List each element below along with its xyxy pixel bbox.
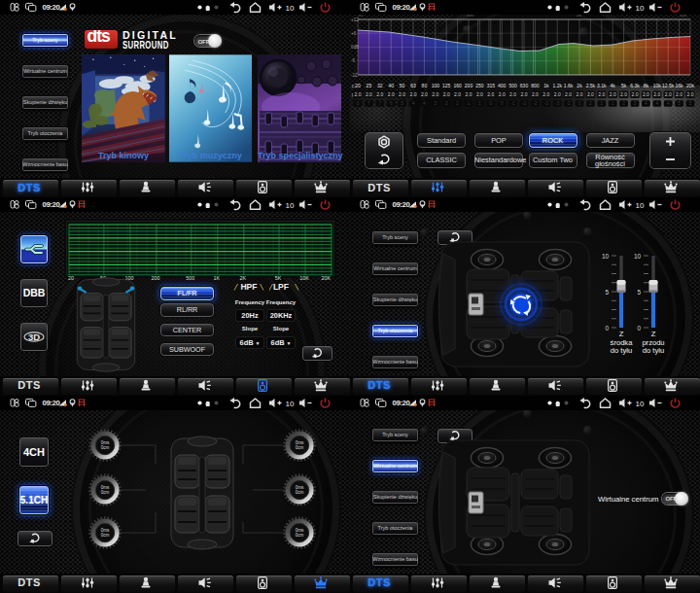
svg-text:-6: -6: [351, 58, 356, 63]
svg-text:7: 7: [379, 101, 382, 106]
svg-text:5k: 5k: [621, 83, 627, 88]
svg-text:2.0: 2.0: [554, 91, 561, 97]
svg-text:10: 10: [602, 253, 610, 260]
svg-text:0cm: 0cm: [100, 490, 109, 495]
svg-text:2.0: 2.0: [388, 91, 395, 97]
svg-text:2k: 2k: [577, 83, 582, 88]
svg-text:+12: +12: [351, 17, 359, 22]
svg-text:09:20: 09:20: [393, 201, 411, 210]
svg-text:+6: +6: [351, 31, 357, 36]
svg-text:09:20: 09:20: [43, 399, 61, 407]
svg-text:0cm: 0cm: [295, 445, 303, 450]
svg-text:0cm: 0cm: [295, 490, 303, 495]
svg-text:1: 1: [468, 101, 471, 106]
svg-text:6: 6: [390, 101, 393, 106]
svg-text:2.0: 2.0: [509, 91, 516, 97]
svg-text:1: 1: [601, 101, 604, 106]
svg-text:2.0: 2.0: [532, 91, 539, 97]
svg-text:0cm: 0cm: [100, 534, 109, 539]
svg-text:6.3k: 6.3k: [630, 83, 640, 88]
svg-text:10: 10: [636, 399, 645, 407]
svg-text:1: 1: [478, 101, 481, 106]
svg-text:2.0: 2.0: [676, 91, 682, 97]
svg-text:0ms: 0ms: [295, 439, 303, 444]
svg-text:-3: -3: [544, 101, 549, 106]
svg-text:0ms: 0ms: [100, 439, 109, 444]
svg-text:1K: 1K: [214, 275, 221, 281]
svg-text:1.2k: 1.2k: [552, 83, 562, 88]
svg-text:1.6k: 1.6k: [564, 83, 574, 88]
svg-text:-3: -3: [555, 101, 560, 106]
svg-text:20k: 20k: [686, 83, 695, 88]
svg-text:10: 10: [286, 4, 295, 13]
svg-text:10: 10: [286, 399, 295, 407]
svg-text:0ms: 0ms: [295, 528, 303, 533]
svg-text:5: 5: [678, 101, 681, 106]
svg-text:2.0: 2.0: [366, 91, 372, 97]
svg-text:125: 125: [442, 83, 451, 88]
svg-text:2.0: 2.0: [632, 91, 639, 97]
svg-text:315: 315: [487, 83, 496, 88]
svg-text:4: 4: [423, 101, 426, 106]
svg-text:3: 3: [435, 101, 438, 106]
svg-text:2.0: 2.0: [421, 91, 428, 97]
svg-text:80: 80: [422, 83, 428, 88]
svg-text:2.0: 2.0: [399, 91, 405, 97]
svg-text:3D: 3D: [28, 331, 40, 342]
svg-text:2: 2: [589, 101, 592, 106]
svg-text:10: 10: [636, 201, 645, 210]
svg-text:2.0: 2.0: [643, 91, 649, 97]
svg-text:0dB: 0dB: [351, 45, 359, 50]
svg-text:5: 5: [637, 289, 641, 296]
svg-text:2.0: 2.0: [476, 91, 483, 97]
svg-text:0ms: 0ms: [100, 484, 109, 489]
svg-text:4: 4: [412, 101, 415, 106]
svg-text:0ms: 0ms: [295, 484, 303, 489]
svg-text:8k: 8k: [644, 83, 649, 88]
svg-text:20: 20: [355, 83, 361, 88]
svg-text:4: 4: [656, 101, 659, 106]
svg-text:2.0: 2.0: [521, 91, 528, 97]
svg-text:2.0: 2.0: [577, 91, 583, 97]
svg-text:-2: -2: [522, 101, 527, 106]
svg-text:-12: -12: [351, 73, 358, 78]
svg-text:2.0: 2.0: [653, 91, 660, 97]
svg-text:4: 4: [667, 101, 670, 106]
svg-text:25: 25: [367, 83, 372, 88]
svg-text:0: 0: [490, 101, 493, 106]
svg-text:2.0: 2.0: [487, 91, 494, 97]
svg-text:630: 630: [520, 83, 529, 88]
svg-text:2.0: 2.0: [443, 91, 450, 97]
svg-text:2.0: 2.0: [610, 91, 616, 97]
svg-text:2.0: 2.0: [598, 91, 605, 97]
svg-text:400: 400: [498, 83, 507, 88]
svg-text:2: 2: [456, 101, 459, 106]
svg-text:2.0: 2.0: [587, 91, 594, 97]
svg-text:7: 7: [368, 101, 370, 106]
svg-text:10k: 10k: [653, 83, 662, 88]
svg-text:2.0: 2.0: [665, 91, 672, 97]
svg-text:12.5k: 12.5k: [662, 83, 675, 88]
svg-text:250: 250: [475, 83, 484, 88]
svg-text:4: 4: [645, 101, 648, 106]
svg-text:160: 160: [453, 83, 462, 88]
svg-text:200: 200: [151, 275, 159, 281]
svg-text:800: 800: [531, 83, 540, 88]
svg-text:2: 2: [445, 101, 448, 106]
svg-text:5: 5: [689, 101, 692, 106]
svg-text:2.0: 2.0: [542, 91, 549, 97]
svg-text:2.0: 2.0: [454, 91, 461, 97]
svg-text:50: 50: [400, 83, 405, 88]
svg-text:500: 500: [186, 275, 194, 281]
svg-text:09:20: 09:20: [393, 399, 411, 407]
svg-text:09:20: 09:20: [43, 3, 61, 12]
svg-text:4k: 4k: [611, 83, 616, 88]
svg-text:2.0: 2.0: [432, 91, 438, 97]
svg-text:2: 2: [622, 101, 625, 106]
svg-text:1k: 1k: [543, 83, 549, 88]
svg-text:2.0: 2.0: [499, 91, 506, 97]
svg-text:16k: 16k: [676, 83, 684, 88]
svg-text:0cm: 0cm: [295, 534, 303, 539]
svg-text:0: 0: [501, 101, 504, 106]
svg-text:10: 10: [286, 201, 295, 210]
